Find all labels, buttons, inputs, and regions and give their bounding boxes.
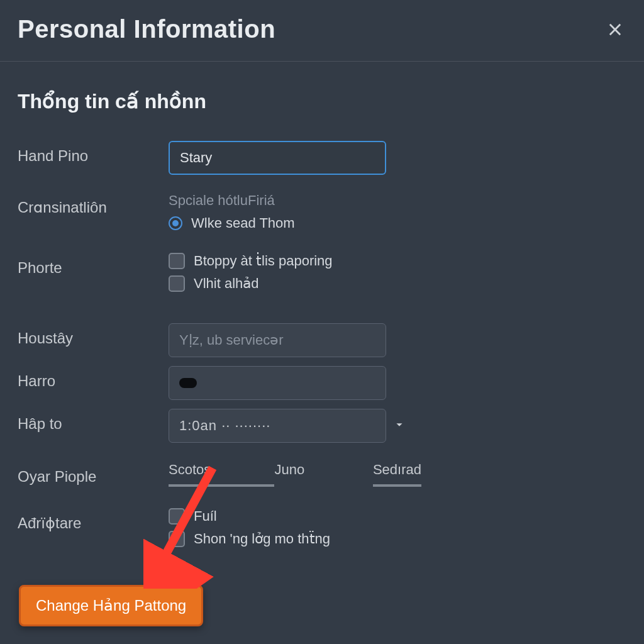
row-phorte: Phorte Btoppy àt ṫlis paporing Vlhit alh… (18, 253, 626, 298)
tab-scotos[interactable]: Scotos (169, 462, 274, 487)
tab-juno[interactable]: Juno (274, 462, 373, 487)
input-houstay[interactable] (169, 323, 386, 357)
label-cransinatlion: Crɑnsinatliôn (18, 192, 169, 216)
label-harro: Harro (18, 366, 169, 390)
input-harro[interactable] (169, 366, 386, 400)
label-oyar-piople: Oyar Piople (18, 462, 169, 486)
close-icon (606, 21, 624, 38)
checkbox-label-btoppy: Btoppy àt ṫlis paporing (194, 253, 333, 269)
close-button[interactable] (604, 18, 626, 41)
change-button[interactable]: Change Hảng Pattong (19, 585, 203, 626)
checkbox-vlhit[interactable] (169, 275, 185, 292)
dialog-footer: Change Hảng Pattong (19, 585, 203, 626)
row-hand-pino: Hand Pino (18, 141, 626, 175)
checkbox-label-vlhit: Vlhit alhảd (194, 275, 259, 292)
chevron-down-icon (392, 418, 406, 434)
dialog-title: Personal Information (18, 15, 275, 43)
checkbox-btoppy[interactable] (169, 253, 185, 269)
checkbox-label-shon: Shon 'ng lởg mo thẗng (194, 531, 330, 547)
checkbox-fuil[interactable] (169, 508, 185, 525)
row-harro: Harro (18, 366, 626, 400)
row-houstay: Houstây (18, 323, 626, 357)
row-adriptare: Ađrïɸtare Fuíl Shon 'ng lởg mo thẗng (18, 508, 626, 553)
password-mask-icon (179, 378, 197, 388)
row-oyar-piople: Oyar Piople Scotos Juno Sedırad (18, 462, 626, 487)
checkbox-shon[interactable] (169, 531, 185, 547)
label-hand-pino: Hand Pino (18, 141, 169, 165)
input-hand-pino[interactable] (169, 141, 386, 175)
radio-label-wlke-sead-thom: Wlke sead Thom (191, 215, 295, 231)
tabs-oyar-piople: Scotos Juno Sedırad (169, 462, 421, 487)
label-phorte: Phorte (18, 253, 169, 277)
label-hap-to: Hâp to (18, 409, 169, 433)
label-adriptare: Ađrïɸtare (18, 508, 169, 532)
helper-cransinatlion: Spciale hótluFiriá (169, 192, 421, 209)
tab-sedirad[interactable]: Sedırad (373, 462, 421, 487)
row-hap-to: Hâp to 1:0an ·· ········ (18, 409, 626, 443)
select-hap-to[interactable]: 1:0an ·· ········ (169, 409, 386, 443)
radio-wlke-sead-thom[interactable] (169, 216, 182, 230)
section-title: Thổng tin cấ nhồnn (18, 89, 626, 113)
label-houstay: Houstây (18, 323, 169, 347)
dialog-header: Personal Information (0, 0, 644, 62)
row-cransinatlion: Crɑnsinatliôn Spciale hótluFiriá Wlke se… (18, 192, 626, 238)
checkbox-label-fuil: Fuíl (194, 508, 217, 525)
dialog-content: Thổng tin cấ nhồnn Hand Pino Crɑnsinatli… (0, 62, 644, 584)
